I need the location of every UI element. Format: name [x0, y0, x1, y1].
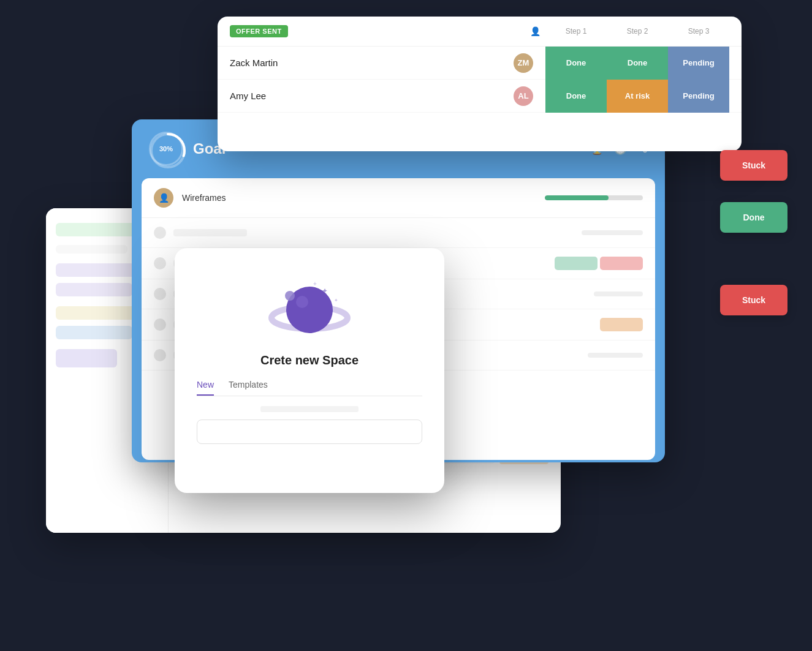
- task-progress-fill: [545, 195, 609, 200]
- sidebar-item-7: [56, 349, 117, 367]
- table-row-amy: Amy Lee AL Done At risk Pending: [218, 80, 742, 113]
- goal-task-wireframes: 👤 Wireframes: [142, 178, 655, 218]
- person-name-amy: Amy Lee: [230, 91, 514, 101]
- sidebar-item-4: [56, 283, 132, 296]
- task-name: Wireframes: [182, 193, 536, 203]
- person-name-zack: Zack Martin: [230, 58, 514, 68]
- task-avatar: 👤: [154, 188, 173, 208]
- svg-point-9: [296, 296, 308, 308]
- status-amy-2: At risk: [607, 80, 668, 113]
- task-progress-bar: [545, 195, 643, 200]
- floating-status-done: Done: [720, 202, 787, 233]
- table-header-cols: Step 1 Step 2 Step 3: [545, 27, 729, 36]
- status-zack-1: Done: [545, 47, 607, 80]
- svg-text:✦: ✦: [322, 287, 328, 295]
- sidebar-item-5: [56, 306, 143, 320]
- status-zack-3: Pending: [668, 47, 729, 80]
- tab-templates[interactable]: Templates: [229, 380, 268, 396]
- status-cells-amy: Done At risk Pending: [545, 80, 729, 113]
- svg-text:+: +: [313, 280, 317, 287]
- status-pill-green: [555, 257, 598, 270]
- floating-status-stuck-1: Stuck: [720, 150, 787, 181]
- table-panel: OFFER SENT 👤 Step 1 Step 2 Step 3 Zack M…: [218, 17, 742, 151]
- svg-text:✦: ✦: [334, 298, 338, 303]
- sidebar-item-6: [56, 326, 132, 339]
- create-space-dialog: ✦ ✦ + Crete new Space New Templates: [175, 248, 444, 493]
- status-zack-2: Done: [607, 47, 668, 80]
- status-pill-orange: [600, 318, 643, 331]
- input-label-bar: [260, 406, 359, 412]
- col-header-step2: Step 2: [607, 27, 668, 36]
- avatar-zack: ZM: [514, 53, 533, 73]
- avatar-amy: AL: [514, 86, 533, 106]
- progress-percent: 30%: [159, 145, 173, 152]
- space-name-input[interactable]: [197, 420, 422, 444]
- planet-illustration: ✦ ✦ +: [267, 270, 352, 344]
- sidebar-item-1: [56, 223, 138, 236]
- col-header-step3: Step 3: [668, 27, 729, 36]
- progress-circle: 30%: [149, 132, 183, 166]
- status-amy-3: Pending: [668, 80, 729, 113]
- dialog-tabs: New Templates: [197, 380, 422, 396]
- status-amy-1: Done: [545, 80, 607, 113]
- person-icon: 👤: [530, 26, 541, 36]
- table-row-zack: Zack Martin ZM Done Done Pending: [218, 47, 742, 80]
- status-pill-red: [600, 257, 643, 270]
- table-header: OFFER SENT 👤 Step 1 Step 2 Step 3: [218, 17, 742, 47]
- status-cells-zack: Done Done Pending: [545, 47, 729, 80]
- tab-new[interactable]: New: [197, 380, 214, 396]
- svg-point-10: [285, 291, 295, 301]
- col-header-step1: Step 1: [545, 27, 607, 36]
- offer-badge: OFFER SENT: [230, 25, 288, 37]
- floating-status-stuck-2: Stuck: [720, 285, 787, 315]
- dialog-title: Crete new Space: [260, 353, 359, 367]
- goal-row-2: [142, 218, 655, 248]
- sidebar-item-2: [56, 245, 127, 254]
